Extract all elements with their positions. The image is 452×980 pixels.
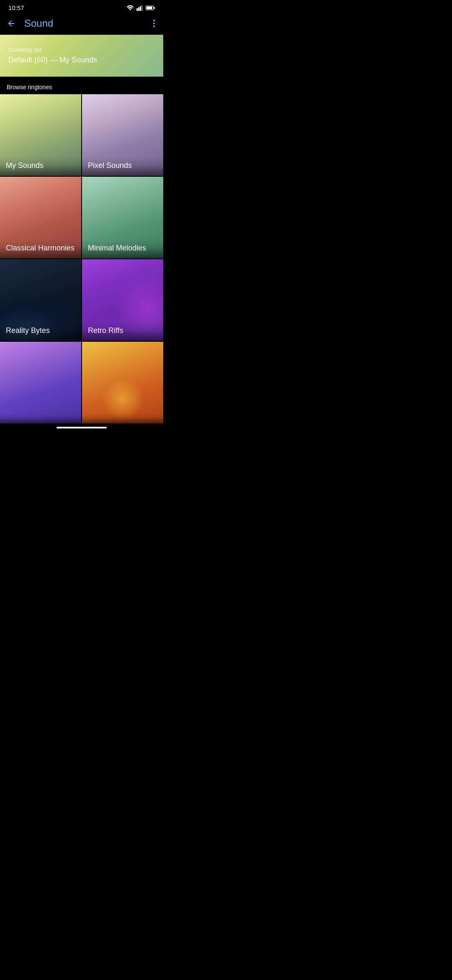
grid-item-retro[interactable]: Retro Riffs	[82, 259, 163, 341]
status-bar: 10:57	[0, 0, 163, 14]
grid-item-reality[interactable]: Reality Bytes	[0, 259, 81, 341]
wifi-icon	[126, 5, 134, 11]
grid-item-row4-right[interactable]	[82, 342, 163, 423]
more-dot-2	[153, 23, 155, 24]
svg-rect-0	[136, 8, 138, 10]
pixel-sounds-label: Pixel Sounds	[82, 157, 163, 176]
more-options-button[interactable]	[150, 18, 158, 29]
svg-rect-5	[154, 7, 155, 9]
back-button[interactable]	[5, 17, 18, 30]
toolbar: Sound	[0, 14, 163, 35]
reality-label: Reality Bytes	[0, 322, 81, 341]
currently-set-label: Currently set	[8, 46, 155, 53]
row4-left-label	[0, 413, 81, 423]
my-sounds-label: My Sounds	[0, 157, 81, 176]
grid-item-classical[interactable]: Classical Harmonies	[0, 177, 81, 258]
row4-right-label	[82, 413, 163, 423]
status-icons	[126, 5, 155, 11]
grid-item-pixel-sounds[interactable]: Pixel Sounds	[82, 94, 163, 176]
ringtone-grid: My Sounds Pixel Sounds Classical Harmoni…	[0, 94, 163, 423]
toolbar-left: Sound	[5, 17, 53, 30]
currently-set-value: Default (60) — My Sounds	[8, 56, 155, 64]
battery-icon	[146, 5, 155, 10]
grid-item-minimal[interactable]: Minimal Melodies	[82, 177, 163, 258]
svg-rect-6	[146, 6, 152, 9]
classical-label: Classical Harmonies	[0, 240, 81, 258]
browse-label: Browse ringtones	[7, 84, 52, 90]
status-time: 10:57	[8, 4, 24, 11]
home-bar	[56, 427, 107, 428]
grid-item-my-sounds[interactable]: My Sounds	[0, 94, 81, 176]
row4-left-bg	[0, 342, 81, 423]
page-title: Sound	[24, 18, 53, 29]
currently-set-banner: Currently set Default (60) — My Sounds	[0, 35, 163, 77]
grid-item-row4-left[interactable]	[0, 342, 81, 423]
browse-section: Browse ringtones	[0, 77, 163, 94]
row4-right-bg	[82, 342, 163, 423]
more-dot-3	[153, 26, 155, 27]
minimal-label: Minimal Melodies	[82, 240, 163, 258]
more-dot-1	[153, 20, 155, 21]
svg-rect-1	[138, 7, 139, 11]
home-indicator	[0, 423, 163, 431]
signal-icon	[136, 5, 143, 11]
svg-rect-3	[141, 5, 143, 11]
svg-rect-2	[140, 6, 141, 11]
retro-label: Retro Riffs	[82, 322, 163, 341]
